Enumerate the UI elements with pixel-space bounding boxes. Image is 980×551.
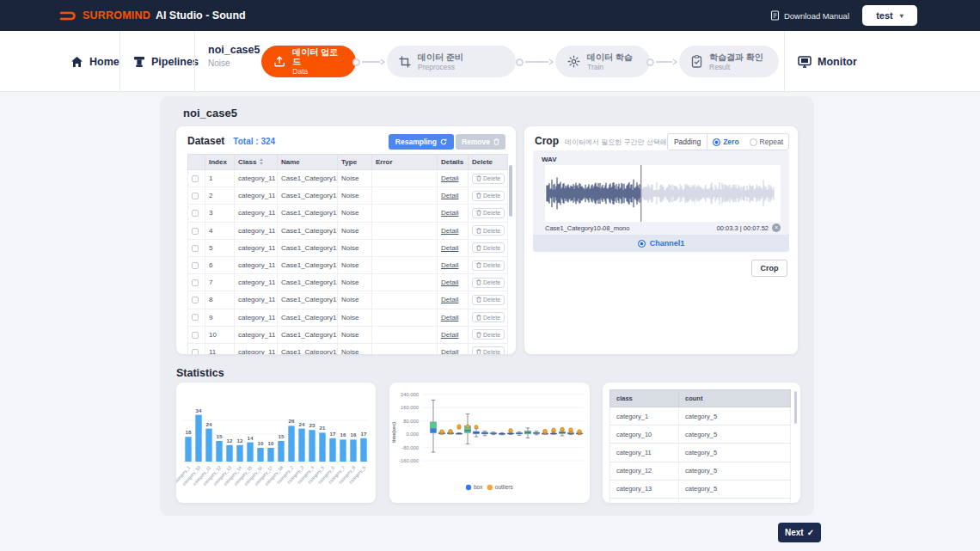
row-checkbox[interactable] bbox=[192, 279, 199, 286]
bar-category_16 bbox=[257, 448, 263, 462]
topbar: SURROMIND AI Studio - Sound Download Man… bbox=[0, 0, 980, 31]
step-result[interactable]: 학습결과 확인 Result bbox=[679, 46, 779, 77]
table-row: 11category_11Case1_Category11-06NoiseDet… bbox=[188, 343, 508, 354]
detail-link[interactable]: Detail bbox=[441, 331, 458, 339]
table-row: 5category_11Case1_Category11-06NoiseDeta… bbox=[188, 239, 508, 256]
delete-row-button[interactable]: Delete bbox=[472, 312, 505, 322]
delete-row-button[interactable]: Delete bbox=[472, 208, 505, 218]
stats-column-count: count bbox=[679, 390, 791, 407]
svg-text:16: 16 bbox=[351, 432, 357, 438]
waveform-remaining bbox=[641, 180, 774, 206]
detail-link[interactable]: Detail bbox=[441, 209, 458, 217]
detail-link[interactable]: Detail bbox=[441, 174, 458, 182]
nav-monitor-label: Monitor bbox=[818, 56, 857, 68]
bar-category_8 bbox=[350, 439, 356, 462]
delete-row-button[interactable]: Delete bbox=[472, 295, 505, 305]
cell-type: Noise bbox=[338, 170, 372, 187]
bar-category_3 bbox=[298, 429, 304, 462]
cell-error bbox=[372, 170, 438, 187]
statistics-title: Statistics bbox=[176, 367, 224, 379]
cell-class: category_11 bbox=[235, 239, 278, 256]
detail-link[interactable]: Detail bbox=[441, 279, 458, 286]
row-checkbox[interactable] bbox=[192, 228, 199, 235]
brand: SURROMIND AI Studio - Sound bbox=[58, 0, 246, 31]
resampling-button[interactable]: Resampling bbox=[389, 134, 454, 150]
cell-name: Case1_Category11-06 bbox=[278, 239, 338, 256]
row-checkbox[interactable] bbox=[192, 314, 199, 321]
cell-error bbox=[372, 274, 438, 291]
row-checkbox[interactable] bbox=[192, 245, 199, 252]
cell-class: category_11 bbox=[235, 291, 278, 309]
column-header-name: Name bbox=[278, 155, 338, 170]
nav-pipelines[interactable]: Pipelines bbox=[133, 31, 199, 92]
next-button[interactable]: Next ✓ bbox=[778, 523, 821, 542]
dataset-scrollbar[interactable] bbox=[509, 165, 512, 217]
row-checkbox[interactable] bbox=[192, 349, 199, 354]
channel-selector[interactable]: Channel1 bbox=[533, 235, 789, 252]
remove-button[interactable]: Remove bbox=[456, 134, 505, 150]
svg-text:time(sec): time(sec) bbox=[391, 422, 396, 443]
cell-name: Case1_Category11-06 bbox=[278, 256, 338, 273]
nav-monitor[interactable]: Monitor bbox=[798, 31, 857, 92]
column-header-error: Error bbox=[372, 155, 438, 170]
trash-icon bbox=[476, 193, 481, 199]
delete-row-button[interactable]: Delete bbox=[472, 242, 505, 253]
stats-table-scrollbar[interactable] bbox=[794, 391, 797, 424]
padding-group: Padding Zero Repeat bbox=[667, 133, 789, 150]
nav-home[interactable]: Home bbox=[70, 31, 119, 92]
step-data-upload[interactable]: 데이터 업로드 Data bbox=[261, 46, 356, 77]
delete-row-button[interactable]: Delete bbox=[472, 174, 505, 184]
stats-cell-count: category_5 bbox=[679, 480, 791, 498]
detail-link[interactable]: Detail bbox=[441, 244, 458, 252]
delete-row-button[interactable]: Delete bbox=[472, 191, 505, 201]
svg-text:18: 18 bbox=[186, 429, 192, 435]
delete-row-button[interactable]: Delete bbox=[472, 346, 505, 354]
row-checkbox[interactable] bbox=[192, 175, 199, 182]
delete-row-button[interactable]: Delete bbox=[472, 278, 505, 288]
delete-row-button[interactable]: Delete bbox=[472, 225, 505, 236]
column-header-class[interactable]: Class bbox=[235, 155, 278, 170]
waveform[interactable] bbox=[545, 165, 781, 222]
column-header-type: Type bbox=[338, 155, 372, 170]
detail-link[interactable]: Detail bbox=[441, 261, 458, 269]
account-name: test bbox=[876, 10, 893, 21]
cell-index: 9 bbox=[205, 309, 235, 326]
gear-icon bbox=[567, 55, 580, 68]
cell-index: 8 bbox=[205, 291, 235, 309]
close-icon[interactable]: × bbox=[772, 223, 781, 232]
detail-link[interactable]: Detail bbox=[441, 314, 458, 321]
bar-category_12 bbox=[216, 441, 222, 462]
row-checkbox[interactable] bbox=[192, 210, 199, 217]
row-checkbox[interactable] bbox=[192, 193, 199, 199]
playhead-cursor[interactable] bbox=[640, 165, 641, 222]
detail-link[interactable]: Detail bbox=[441, 348, 458, 354]
sort-icon[interactable] bbox=[259, 158, 264, 165]
manual-file-icon bbox=[770, 10, 780, 21]
row-checkbox[interactable] bbox=[192, 332, 199, 339]
nav-divider bbox=[119, 31, 120, 92]
crop-button[interactable]: Crop bbox=[751, 260, 787, 277]
delete-row-button[interactable]: Delete bbox=[472, 260, 505, 271]
arrow-right-icon bbox=[548, 58, 554, 65]
row-checkbox[interactable] bbox=[192, 262, 199, 269]
step-preprocess[interactable]: 데이터 준비 Preprocess bbox=[387, 46, 516, 77]
row-checkbox[interactable] bbox=[192, 297, 199, 303]
step-train[interactable]: 데이터 학습 Train bbox=[555, 46, 650, 77]
stats-cell-class: category_1 bbox=[610, 407, 679, 425]
delete-row-button[interactable]: Delete bbox=[472, 329, 505, 340]
table-row: 3category_11Case1_Category11-06NoiseDeta… bbox=[188, 205, 508, 222]
padding-option-zero[interactable]: Zero bbox=[707, 138, 744, 146]
bar-category_15 bbox=[247, 443, 253, 462]
detail-link[interactable]: Detail bbox=[441, 192, 458, 199]
outlier bbox=[578, 430, 581, 433]
nav-divider bbox=[784, 31, 785, 92]
cell-error bbox=[372, 187, 438, 205]
svg-text:12: 12 bbox=[227, 438, 233, 444]
account-dropdown[interactable]: test ▾ bbox=[862, 5, 917, 26]
download-manual-button[interactable]: Download Manual bbox=[770, 0, 849, 31]
detail-link[interactable]: Detail bbox=[441, 227, 458, 235]
detail-link[interactable]: Detail bbox=[441, 296, 458, 303]
svg-text:box: box bbox=[474, 484, 483, 490]
padding-option-repeat[interactable]: Repeat bbox=[744, 138, 788, 146]
trash-icon bbox=[476, 297, 481, 303]
